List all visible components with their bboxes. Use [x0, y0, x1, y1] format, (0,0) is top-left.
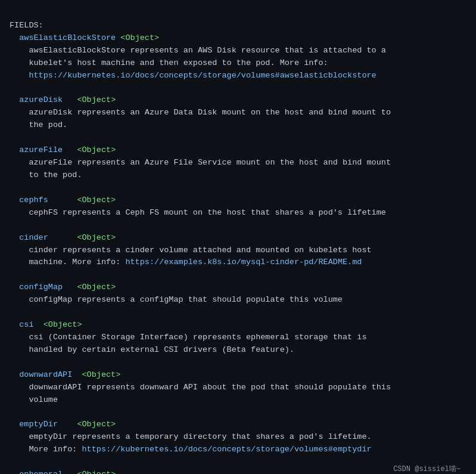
field-type-ephemeral: <Object>: [77, 470, 116, 474]
field-type-csi: <Object>: [43, 320, 82, 329]
field-type-cephfs: <Object>: [77, 196, 116, 205]
watermark: CSDN @sissiel喵~: [393, 464, 461, 474]
field-name-csi: csi: [19, 320, 33, 329]
field-name-aws: awsElasticBlockStore: [19, 33, 116, 42]
field-type-downwardapi: <Object>: [82, 370, 121, 379]
field-type-cinder: <Object>: [77, 233, 116, 242]
fields-label: FIELDS:: [10, 21, 43, 30]
field-name-ephemeral: ephemeral: [19, 470, 63, 474]
field-type-azuredisk: <Object>: [77, 95, 116, 104]
field-type-azurefile: <Object>: [77, 145, 116, 154]
terminal-window: FIELDS: awsElasticBlockStore <Object> aw…: [10, 7, 466, 474]
field-type-aws: <Object>: [120, 33, 159, 42]
terminal-content: FIELDS: awsElasticBlockStore <Object> aw…: [10, 7, 466, 474]
field-name-emptydir: emptyDir: [19, 420, 58, 429]
field-name-cephfs: cephfs: [19, 196, 48, 205]
field-type-emptydir: <Object>: [77, 420, 116, 429]
field-name-cinder: cinder: [19, 233, 48, 242]
url-aws: https://kubernetes.io/docs/concepts/stor…: [29, 71, 376, 80]
url-cinder: https://examples.k8s.io/mysql-cinder-pd/…: [125, 258, 362, 267]
field-name-downwardapi: downwardAPI: [19, 370, 72, 379]
field-name-configmap: configMap: [19, 283, 63, 292]
field-name-azurefile: azureFile: [19, 145, 63, 154]
url-emptydir: https://kubernetes.io/docs/concepts/stor…: [82, 445, 372, 454]
field-name-azuredisk: azureDisk: [19, 95, 63, 104]
field-type-configmap: <Object>: [77, 283, 116, 292]
